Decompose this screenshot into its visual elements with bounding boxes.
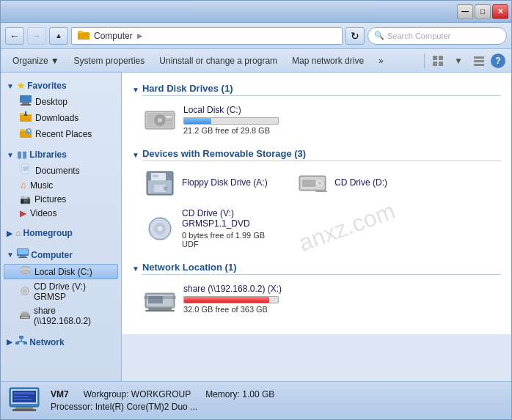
up-button[interactable]: ▲ (49, 27, 68, 45)
share-bar-fill (184, 297, 269, 303)
cd-drive-d-item[interactable]: CD Drive (D:) (292, 167, 439, 199)
local-disk-info: Local Disk (C:) 21.2 GB free of 29.8 GB (183, 105, 296, 135)
cd-drive-v-name: CD Drive (V:) GRMSP1.1_DVD (182, 208, 282, 229)
svg-rect-39 (19, 336, 23, 339)
svg-rect-49 (166, 116, 172, 118)
sidebar-item-downloads[interactable]: Downloads (4, 110, 118, 125)
svg-rect-75 (15, 407, 33, 409)
minimize-button[interactable]: — (457, 4, 473, 19)
back-button[interactable]: ← (5, 27, 24, 45)
share-item[interactable]: share (\\192.168.0.2) (X:) 32.0 GB free … (139, 281, 301, 317)
sidebar-item-cd-drive[interactable]: CD Drive (V:) GRMSP (4, 280, 118, 303)
libraries-icon: ▮▮ (17, 150, 27, 160)
removable-arrow: ▼ (132, 151, 139, 159)
removable-section-header: ▼ Devices with Removable Storage (3) (132, 148, 501, 161)
removable-title: Devices with Removable Storage (3) (142, 148, 501, 161)
svg-rect-62 (315, 191, 327, 192)
svg-rect-72 (145, 310, 175, 312)
floppy-item[interactable]: Floppy Disk Drive (A:) (139, 167, 286, 199)
window-frame: — □ ✕ ← → ▲ Computer ► ↻ 🔍 Search Comput… (0, 0, 512, 420)
svg-rect-36 (21, 317, 29, 318)
svg-rect-54 (153, 174, 158, 177)
sidebar-item-videos[interactable]: ▶ Videos (4, 207, 118, 220)
main-area: ▼ ★ Favorites Desktop (1, 73, 511, 381)
pictures-icon: 📷 (20, 194, 31, 205)
view-options-button[interactable] (429, 52, 447, 70)
computer-section: ▼ Computer (1, 246, 121, 328)
libraries-header[interactable]: ▼ ▮▮ Libraries (1, 147, 121, 162)
cd-drive-v-item[interactable]: CD Drive (V:) GRMSP1.1_DVD 0 bytes free … (139, 205, 286, 251)
uninstall-button[interactable]: Uninstall or change a program (153, 52, 283, 70)
organize-arrow: ▼ (51, 56, 59, 66)
share-free: 32.0 GB free of 363 GB (183, 305, 296, 314)
sidebar-item-share[interactable]: share (\\192.168.0.2) (4, 304, 118, 328)
svg-rect-5 (439, 62, 443, 66)
svg-rect-76 (12, 409, 36, 411)
cd-drive-v-icon (144, 215, 176, 242)
close-button[interactable]: ✕ (492, 4, 508, 19)
title-bar: — □ ✕ (1, 1, 511, 23)
network-location-arrow: ▼ (132, 265, 139, 273)
homegroup-header[interactable]: ▶ ⌂ Homegroup (1, 226, 121, 240)
sidebar-item-documents[interactable]: Documents (4, 163, 118, 178)
view-dropdown-button[interactable]: ▼ (450, 52, 467, 70)
star-icon: ★ (17, 81, 25, 91)
svg-rect-15 (25, 111, 26, 115)
help-button[interactable]: ? (491, 54, 505, 68)
sidebar-item-desktop[interactable]: Desktop (4, 94, 118, 109)
cd-drive-d-info: CD Drive (D:) (334, 177, 387, 190)
sidebar-item-music[interactable]: ♫ Music (4, 179, 118, 192)
status-row-2: Processor: Intel(R) Core(TM)2 Duo ... (51, 402, 274, 412)
svg-point-65 (158, 226, 162, 231)
music-label: Music (30, 180, 53, 191)
pictures-label: Pictures (34, 194, 66, 205)
sidebar-item-pictures[interactable]: 📷 Pictures (4, 193, 118, 206)
network-location-section-header: ▼ Network Location (1) (132, 262, 501, 275)
memory-label-text: Memory: 1.00 GB (205, 389, 274, 399)
organize-button[interactable]: Organize ▼ (7, 52, 65, 70)
videos-label: Videos (30, 208, 56, 218)
hard-disk-drives-grid: Local Disk (C:) 21.2 GB free of 29.8 GB (132, 102, 501, 138)
cd-drive-icon (20, 287, 30, 298)
svg-rect-26 (18, 249, 28, 254)
refresh-button[interactable]: ↻ (345, 27, 365, 45)
toolbar-separator (424, 54, 425, 68)
local-disk-c-item[interactable]: Local Disk (C:) 21.2 GB free of 29.8 GB (139, 102, 301, 138)
search-icon: 🔍 (374, 31, 384, 40)
homegroup-arrow: ▶ (7, 229, 12, 237)
sidebar-item-local-disk[interactable]: Local Disk (C:) (4, 264, 118, 279)
svg-rect-80 (14, 399, 32, 400)
status-info: VM7 Workgroup: WORKGROUP Memory: 1.00 GB… (51, 389, 274, 412)
favorites-section: ▼ ★ Favorites Desktop (1, 78, 121, 141)
forward-button[interactable]: → (27, 27, 46, 45)
network-icon (15, 336, 27, 348)
removable-drives-row: Floppy Disk Drive (A:) (132, 167, 501, 251)
sidebar-item-recent[interactable]: Recent Places (4, 126, 118, 141)
local-disk-bar-bg (183, 117, 279, 125)
computer-label: Computer (31, 250, 73, 260)
svg-rect-3 (439, 56, 443, 60)
local-disk-name: Local Disk (C:) (183, 105, 296, 115)
system-properties-button[interactable]: System properties (68, 52, 151, 70)
memory-value: 1.00 GB (242, 389, 274, 399)
svg-point-48 (158, 118, 162, 122)
computer-header[interactable]: ▼ Computer (1, 246, 121, 263)
search-box[interactable]: 🔍 Search Computer (367, 27, 507, 45)
network-section: ▶ Network (1, 334, 121, 350)
address-path[interactable]: Computer ► (71, 27, 343, 45)
cd-drive-d-name: CD Drive (D:) (334, 177, 387, 188)
favorites-header[interactable]: ▼ ★ Favorites (1, 78, 121, 93)
maximize-button[interactable]: □ (475, 4, 491, 19)
floppy-info: Floppy Disk Drive (A:) (182, 177, 268, 190)
map-network-button[interactable]: Map network drive (286, 52, 370, 70)
details-view-button[interactable] (470, 52, 488, 70)
network-label: Network (29, 337, 64, 347)
svg-rect-79 (14, 396, 29, 397)
view-dropdown-icon: ▼ (454, 56, 463, 66)
workgroup-label: Workgroup: (84, 389, 129, 399)
network-header[interactable]: ▶ Network (1, 334, 121, 350)
share-label: share (\\192.168.0.2) (34, 306, 112, 326)
more-button[interactable]: » (373, 52, 390, 70)
svg-rect-71 (148, 308, 172, 310)
svg-point-61 (318, 182, 321, 185)
